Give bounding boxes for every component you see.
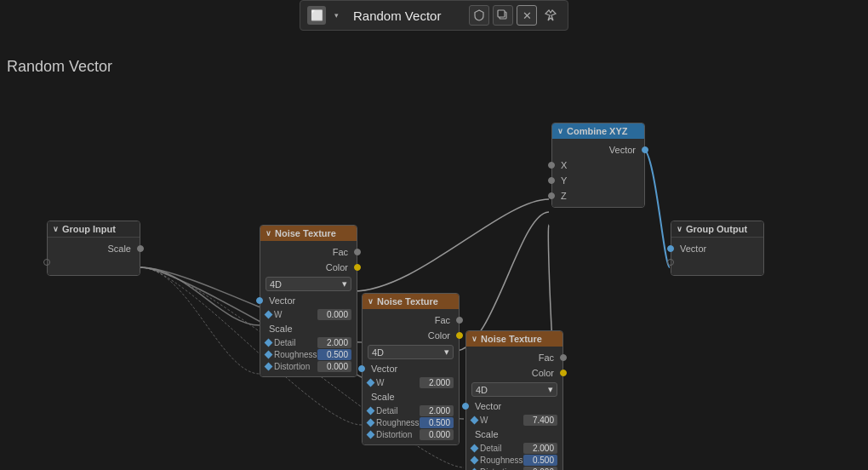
z-input-row: Z xyxy=(552,188,644,203)
chevron-icon: ∨ xyxy=(266,229,271,238)
pin-button[interactable] xyxy=(540,5,561,26)
dimension-value: 4D xyxy=(270,279,282,289)
noise3-header: ∨ Noise Texture xyxy=(466,331,562,347)
chevron-icon: ∨ xyxy=(368,297,374,306)
noise3-fac-row: Fac xyxy=(466,350,562,365)
fac-socket xyxy=(456,317,463,324)
fac-label: Fac xyxy=(471,352,557,363)
roughness-diamond xyxy=(367,419,375,427)
fac-socket xyxy=(354,249,361,255)
noise1-dimension-dropdown[interactable]: 4D ▾ xyxy=(266,277,351,291)
w-diamond xyxy=(367,379,375,387)
detail-diamond xyxy=(265,339,273,347)
detail-label: Detail xyxy=(480,444,523,453)
vector-input-row: Vector xyxy=(671,241,763,256)
vector-input-socket xyxy=(358,365,365,372)
distortion-value[interactable]: 0.000 xyxy=(317,361,351,372)
vector-label: Vector xyxy=(677,244,758,254)
w-diamond xyxy=(265,311,273,319)
vector-output-label: Vector xyxy=(557,145,639,155)
combine-xyz-title: Combine XYZ xyxy=(567,126,628,136)
vector-input-socket xyxy=(667,245,674,252)
vector-label: Vector xyxy=(368,364,454,374)
noise2-distortion-field: Distortion 0.000 xyxy=(368,429,454,440)
x-label: X xyxy=(557,160,639,170)
distortion-label: Distortion xyxy=(376,430,420,439)
chevron-icon: ∨ xyxy=(677,225,682,233)
vector-label: Vector xyxy=(266,295,351,306)
noise-texture-3-node: ∨ Noise Texture Fac Color 4D ▾ Vector xyxy=(465,330,563,470)
w-label: W xyxy=(376,378,420,387)
w-value[interactable]: 2.000 xyxy=(420,377,454,388)
scale-output-row: Scale xyxy=(48,241,140,256)
noise2-vector-row: Vector xyxy=(363,361,459,376)
dropdown-arrow: ▾ xyxy=(444,347,449,358)
noise3-scale-section: Scale xyxy=(466,427,562,442)
extra-socket-row xyxy=(48,256,140,272)
detail-value[interactable]: 2.000 xyxy=(317,337,351,348)
color-label: Color xyxy=(266,262,351,272)
group-output-node: ∨ Group Output Vector xyxy=(671,221,764,276)
z-input-socket xyxy=(548,192,555,199)
detail-value[interactable]: 2.000 xyxy=(523,443,557,454)
noise1-header: ∨ Noise Texture xyxy=(260,226,357,241)
fac-label: Fac xyxy=(266,247,351,257)
w-label: W xyxy=(274,310,317,319)
combine-xyz-header: ∨ Combine XYZ xyxy=(552,123,644,139)
detail-label: Detail xyxy=(274,338,317,347)
roughness-value[interactable]: 0.500 xyxy=(317,349,351,360)
dimension-value: 4D xyxy=(476,385,488,395)
noise1-body: Fac Color 4D ▾ Vector W 0.000 xyxy=(260,241,357,376)
x-input-socket xyxy=(548,162,555,169)
y-input-row: Y xyxy=(552,173,644,188)
chevron-icon: ∨ xyxy=(471,335,477,343)
title-bar-title: Random Vector xyxy=(346,9,465,23)
detail-label: Detail xyxy=(376,406,420,416)
roughness-value[interactable]: 0.500 xyxy=(523,455,557,466)
noise1-distortion-field: Distortion 0.000 xyxy=(266,361,351,372)
group-input-node: ∨ Group Input Scale xyxy=(47,221,140,276)
w-label: W xyxy=(480,416,523,425)
color-socket xyxy=(560,370,567,376)
group-output-title: Group Output xyxy=(686,224,747,234)
close-icon: ✕ xyxy=(523,9,532,22)
roughness-value[interactable]: 0.500 xyxy=(420,417,454,428)
noise1-title: Noise Texture xyxy=(275,228,336,238)
color-socket xyxy=(456,332,463,339)
noise2-dimension-dropdown[interactable]: 4D ▾ xyxy=(368,345,454,359)
detail-value[interactable]: 2.000 xyxy=(420,405,454,416)
page-title: Random Vector xyxy=(7,58,112,76)
noise3-detail-field: Detail 2.000 xyxy=(471,443,557,454)
copy-button[interactable] xyxy=(493,5,513,26)
noise2-fac-row: Fac xyxy=(363,312,459,328)
distortion-value[interactable]: 0.000 xyxy=(523,467,557,470)
vector-input-socket xyxy=(256,297,263,304)
roughness-label: Roughness xyxy=(376,418,420,427)
noise-texture-2-node: ∨ Noise Texture Fac Color 4D ▾ Vector xyxy=(362,293,460,445)
dropdown-icon[interactable]: ▾ xyxy=(329,6,343,25)
shield-button[interactable] xyxy=(469,5,489,26)
title-bar: ⬜ ▾ Random Vector ✕ xyxy=(300,0,568,31)
noise1-scale-section: Scale xyxy=(260,321,357,336)
scale-section-label: Scale xyxy=(266,324,351,334)
detail-diamond xyxy=(471,444,479,453)
distortion-value[interactable]: 0.000 xyxy=(420,429,454,440)
noise1-w-field: W 0.000 xyxy=(266,309,351,320)
x-input-row: X xyxy=(552,158,644,173)
close-button[interactable]: ✕ xyxy=(517,5,537,26)
noise2-scale-section: Scale xyxy=(363,389,459,404)
y-label: Y xyxy=(557,175,639,186)
dropdown-arrow: ▾ xyxy=(548,384,553,395)
distortion-diamond xyxy=(265,363,273,371)
vector-output-socket xyxy=(642,146,648,153)
noise2-body: Fac Color 4D ▾ Vector W 2.000 Scale xyxy=(363,309,459,444)
vector-input-socket xyxy=(462,403,469,410)
noise3-color-row: Color xyxy=(466,365,562,381)
extra-socket-row xyxy=(671,256,763,272)
w-value[interactable]: 7.400 xyxy=(523,415,557,426)
w-value[interactable]: 0.000 xyxy=(317,309,351,320)
roughness-diamond xyxy=(471,456,479,465)
noise3-dimension-dropdown[interactable]: 4D ▾ xyxy=(471,382,557,397)
noise1-color-row: Color xyxy=(260,260,357,275)
distortion-diamond xyxy=(367,431,375,439)
